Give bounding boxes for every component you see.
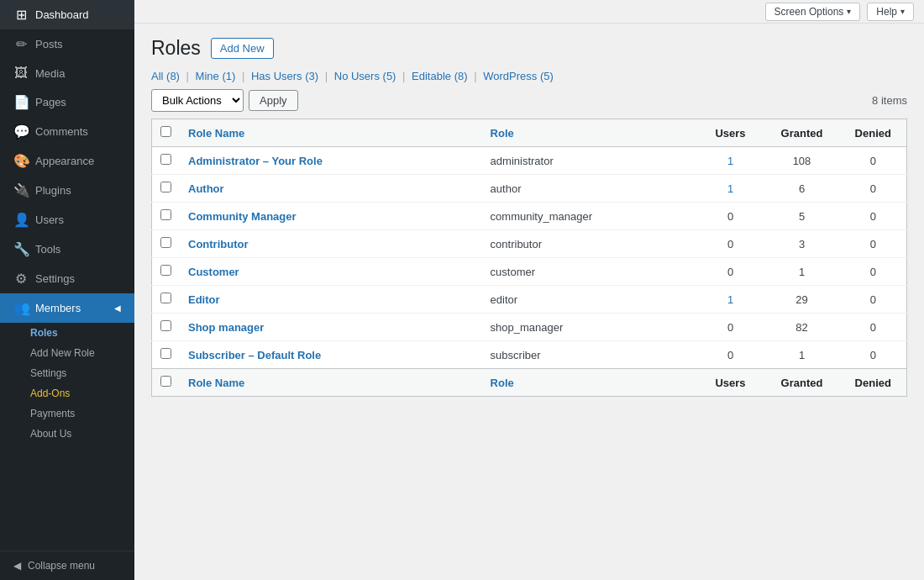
- role-slug-cell: subscriber: [482, 341, 697, 369]
- select-all-header: [152, 119, 181, 147]
- bulk-actions-select[interactable]: Bulk Actions: [151, 89, 244, 112]
- sidebar: ⊞ Dashboard ✏ Posts 🖼 Media 📄 Pages 💬 Co…: [0, 0, 134, 580]
- table-row: Customercustomer010: [152, 258, 907, 286]
- sidebar-item-dashboard[interactable]: ⊞ Dashboard: [0, 0, 134, 29]
- roles-table: Role Name Role Users Granted Denied Admi…: [151, 119, 907, 397]
- role-name-cell: Subscriber – Default Role: [180, 341, 482, 369]
- row-checkbox-cell: [152, 314, 181, 341]
- users-count-link[interactable]: 1: [727, 293, 733, 306]
- col-header-role[interactable]: Role: [482, 119, 697, 147]
- table-row: Shop managershop_manager0820: [152, 314, 907, 341]
- role-name-cell: Community Manager: [180, 203, 482, 230]
- col-footer-role[interactable]: Role: [482, 369, 697, 397]
- col-header-role-name[interactable]: Role Name: [180, 119, 482, 147]
- row-checkbox[interactable]: [160, 209, 171, 220]
- submenu-item-settings[interactable]: Settings: [0, 363, 134, 383]
- sidebar-item-members[interactable]: 👥 Members ◀: [0, 293, 134, 323]
- role-name-link[interactable]: Customer: [188, 266, 239, 278]
- row-checkbox[interactable]: [160, 237, 171, 248]
- role-name-link[interactable]: Administrator – Your Role: [188, 155, 323, 167]
- role-name-link[interactable]: Shop manager: [188, 321, 264, 334]
- role-slug-cell: editor: [482, 286, 697, 314]
- row-checkbox-cell: [152, 203, 181, 230]
- role-name-link[interactable]: Contributor: [188, 238, 248, 250]
- role-granted-cell: 3: [764, 230, 840, 258]
- select-all-footer-checkbox[interactable]: [160, 376, 171, 387]
- role-users-cell: 1: [697, 175, 764, 203]
- role-name-link[interactable]: Community Manager: [188, 210, 297, 223]
- role-denied-cell: 0: [840, 258, 907, 286]
- screen-options-button[interactable]: Screen Options ▾: [765, 3, 861, 21]
- role-slug-cell: contributor: [482, 230, 697, 258]
- submenu-item-roles[interactable]: Roles: [0, 323, 134, 343]
- role-granted-cell: 6: [764, 175, 840, 203]
- submenu-item-about-us[interactable]: About Us: [0, 424, 134, 444]
- row-checkbox[interactable]: [160, 293, 171, 303]
- filter-editable[interactable]: Editable (8): [412, 70, 467, 82]
- row-checkbox[interactable]: [160, 154, 171, 165]
- sidebar-item-pages[interactable]: 📄 Pages: [0, 87, 134, 117]
- sidebar-item-plugins[interactable]: 🔌 Plugins: [0, 176, 134, 205]
- role-users-cell: 1: [697, 147, 764, 175]
- role-users-cell: 0: [697, 203, 764, 230]
- sidebar-item-media[interactable]: 🖼 Media: [0, 59, 134, 87]
- submenu-item-add-new-role[interactable]: Add New Role: [0, 343, 134, 363]
- role-denied-cell: 0: [840, 147, 907, 175]
- row-checkbox-cell: [152, 258, 181, 286]
- filter-has-users[interactable]: Has Users (3): [251, 70, 318, 82]
- add-new-button[interactable]: Add New: [211, 38, 274, 59]
- users-count-link[interactable]: 1: [727, 182, 733, 195]
- topbar: Screen Options ▾ Help ▾: [134, 0, 924, 24]
- sidebar-item-posts[interactable]: ✏ Posts: [0, 29, 134, 59]
- table-row: Community Managercommunity_manager050: [152, 203, 907, 230]
- select-all-checkbox[interactable]: [160, 126, 171, 137]
- row-checkbox[interactable]: [160, 320, 171, 331]
- sidebar-item-appearance[interactable]: 🎨 Appearance: [0, 146, 134, 176]
- select-all-footer: [152, 369, 181, 397]
- role-slug-cell: customer: [482, 258, 697, 286]
- row-checkbox[interactable]: [160, 182, 171, 192]
- filter-no-users[interactable]: No Users (5): [334, 70, 396, 82]
- members-arrow-icon: ◀: [114, 303, 121, 313]
- row-checkbox-cell: [152, 230, 181, 258]
- sidebar-item-tools[interactable]: 🔧 Tools: [0, 235, 134, 264]
- role-denied-cell: 0: [840, 175, 907, 203]
- sidebar-item-users[interactable]: 👤 Users: [0, 205, 134, 235]
- collapse-menu[interactable]: ◀ Collapse menu: [0, 551, 134, 580]
- role-name-link[interactable]: Subscriber – Default Role: [188, 349, 321, 361]
- apply-button[interactable]: Apply: [249, 90, 298, 111]
- users-count-link[interactable]: 1: [727, 155, 733, 167]
- filter-all[interactable]: All (8): [151, 70, 180, 82]
- role-name-link[interactable]: Author: [188, 182, 224, 195]
- page-title: Roles: [151, 37, 201, 60]
- filter-links: All (8) | Mine (1) | Has Users (3) | No …: [151, 70, 907, 82]
- content-area: Roles Add New All (8) | Mine (1) | Has U…: [134, 24, 924, 580]
- role-name-link[interactable]: Editor: [188, 293, 220, 306]
- row-checkbox-cell: [152, 286, 181, 314]
- role-granted-cell: 1: [764, 258, 840, 286]
- filter-wordpress[interactable]: WordPress (5): [483, 70, 554, 82]
- submenu-item-payments[interactable]: Payments: [0, 403, 134, 424]
- col-footer-denied: Denied: [840, 369, 907, 397]
- help-button[interactable]: Help ▾: [867, 3, 914, 21]
- table-footer-row: Role Name Role Users Granted Denied: [152, 369, 907, 397]
- role-granted-cell: 108: [764, 147, 840, 175]
- role-granted-cell: 82: [764, 314, 840, 341]
- role-name-cell: Contributor: [180, 230, 482, 258]
- role-granted-cell: 1: [764, 341, 840, 369]
- submenu-item-add-ons[interactable]: Add-Ons: [0, 383, 134, 403]
- role-name-cell: Editor: [180, 286, 482, 314]
- role-users-cell: 0: [697, 230, 764, 258]
- table-actions: Bulk Actions Apply 8 items: [151, 89, 907, 112]
- role-denied-cell: 0: [840, 286, 907, 314]
- filter-mine[interactable]: Mine (1): [196, 70, 236, 82]
- row-checkbox-cell: [152, 175, 181, 203]
- col-footer-role-name[interactable]: Role Name: [180, 369, 482, 397]
- row-checkbox[interactable]: [160, 265, 171, 276]
- row-checkbox[interactable]: [160, 348, 171, 359]
- role-slug-cell: administrator: [482, 147, 697, 175]
- sidebar-item-settings[interactable]: ⚙ Settings: [0, 264, 134, 293]
- main-content: Screen Options ▾ Help ▾ Roles Add New Al…: [134, 0, 924, 580]
- sidebar-item-comments[interactable]: 💬 Comments: [0, 117, 134, 146]
- role-granted-cell: 5: [764, 203, 840, 230]
